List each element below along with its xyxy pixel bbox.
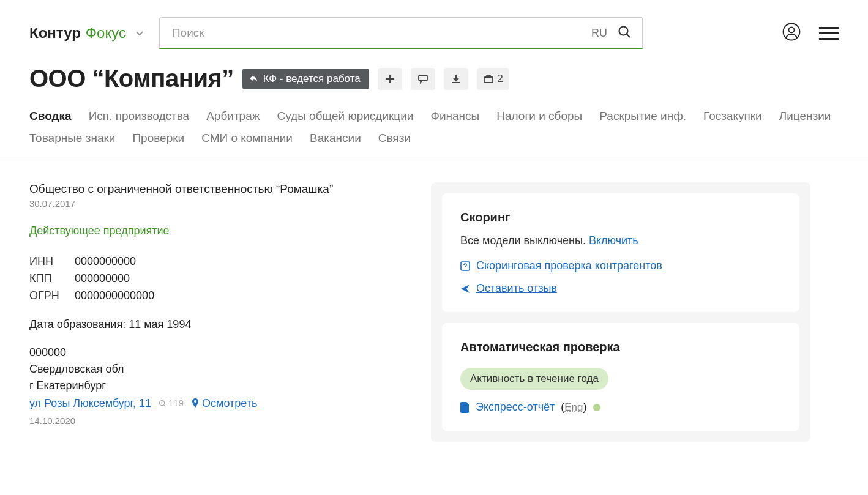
auto-check-card: Автоматическая проверка Активность в теч… — [442, 323, 799, 431]
plus-icon — [384, 73, 395, 84]
search-small-icon — [159, 400, 166, 408]
svg-point-8 — [160, 400, 165, 405]
tab-vacancies[interactable]: Вакансии — [310, 132, 361, 145]
eng-link[interactable]: Eng — [564, 401, 583, 413]
scoring-enable-link[interactable]: Включить — [589, 234, 638, 247]
search-container: RU — [159, 17, 643, 49]
pin-icon — [191, 398, 200, 408]
tab-media[interactable]: СМИ о компании — [201, 132, 293, 145]
tab-summary[interactable]: Сводка — [29, 110, 72, 123]
scoring-title: Скоринг — [460, 210, 781, 225]
city: г Екатеринбург — [29, 378, 409, 394]
registration-block: ИНН 0000000000 КПП 000000000 ОГРН 000000… — [29, 253, 409, 305]
title-row: ООО “Компания” КФ - ведется работа 2 — [0, 60, 868, 92]
company-details: Общество с ограниченной ответственностью… — [29, 182, 409, 428]
ogrn-row: ОГРН 0000000000000 — [29, 288, 409, 305]
comment-icon — [417, 73, 428, 84]
search-lang-toggle[interactable]: RU — [591, 27, 607, 40]
region: Свердловская обл — [29, 361, 409, 378]
status-badge[interactable]: КФ - ведется работа — [242, 69, 369, 89]
ogrn-value: 0000000000000 — [75, 288, 154, 305]
kpp-label: КПП — [29, 270, 64, 288]
header: КонтурФокус RU — [0, 0, 868, 60]
document-icon — [460, 402, 470, 413]
postal-code: 000000 — [29, 344, 409, 361]
scoring-card: Скоринг Все модели выключены. Включить С… — [442, 193, 799, 312]
scoring-feedback-link[interactable]: Оставить отзыв — [460, 282, 781, 295]
tab-licenses[interactable]: Лицензии — [779, 110, 831, 123]
question-icon — [460, 261, 470, 271]
menu-icon[interactable] — [819, 27, 839, 40]
scoring-text: Все модели выключены. Включить — [460, 234, 781, 247]
tab-procurement[interactable]: Госзакупки — [703, 110, 762, 123]
download-icon — [451, 73, 462, 84]
formation-row: Дата образования: 11 мая 1994 — [29, 318, 409, 331]
user-icon[interactable] — [782, 23, 801, 43]
express-report-link[interactable]: Экспресс-отчёт — [476, 401, 555, 414]
address-block: 000000 Свердловская обл г Екатеринбург у… — [29, 344, 409, 428]
svg-point-3 — [789, 28, 795, 33]
briefcase-icon — [483, 73, 494, 84]
ogrn-label: ОГРН — [29, 288, 64, 305]
tabs: Сводка Исп. производства Арбитраж Суды о… — [0, 92, 868, 160]
download-button[interactable] — [444, 68, 468, 90]
svg-rect-7 — [484, 77, 493, 83]
tab-inspections[interactable]: Проверки — [132, 132, 184, 145]
logo[interactable]: КонтурФокус — [29, 24, 144, 42]
status-badge-label: КФ - ведется работа — [263, 73, 361, 85]
tab-trademarks[interactable]: Товарные знаки — [29, 132, 115, 145]
inn-value: 0000000000 — [75, 253, 136, 270]
tab-connections[interactable]: Связи — [378, 132, 411, 145]
tab-courts[interactable]: Суды общей юрисдикции — [277, 110, 413, 123]
scoring-links: Скоринговая проверка контрагентов Остави… — [460, 259, 781, 295]
street-row: ул Розы Люксембург, 11 119 Осмотреть — [29, 395, 409, 412]
tab-finance[interactable]: Финансы — [430, 110, 479, 123]
svg-rect-6 — [419, 75, 427, 81]
company-title: ООО “Компания” — [29, 65, 234, 92]
content: Общество с ограниченной ответственностью… — [0, 160, 868, 464]
report-row: Экспресс-отчёт (Eng) — [460, 401, 781, 414]
header-right — [782, 23, 839, 43]
eng-wrap: (Eng) — [561, 401, 586, 414]
send-icon — [460, 284, 470, 294]
tab-enforcement[interactable]: Исп. производства — [89, 110, 190, 123]
formation-label: Дата образования: — [29, 318, 125, 330]
company-status: Действующее предприятие — [29, 225, 409, 237]
logo-focus: Фокус — [86, 24, 126, 42]
kpp-row: КПП 000000000 — [29, 270, 409, 288]
kpp-value: 000000000 — [75, 270, 130, 288]
status-dot-icon — [593, 404, 600, 411]
search-icon[interactable] — [617, 24, 632, 42]
svg-line-9 — [164, 405, 165, 406]
company-full-name: Общество с ограниченной ответственностью… — [29, 182, 409, 196]
tab-arbitration[interactable]: Арбитраж — [206, 110, 260, 123]
svg-line-1 — [627, 34, 630, 37]
tab-disclosure[interactable]: Раскрытие инф. — [599, 110, 686, 123]
views-count: 119 — [159, 396, 184, 411]
activity-pill: Активность в течение года — [460, 368, 608, 390]
inn-label: ИНН — [29, 253, 64, 270]
briefcase-count: 2 — [498, 73, 503, 84]
inspect-link[interactable]: Осмотреть — [191, 395, 257, 412]
search-input[interactable] — [159, 17, 643, 49]
logo-kontour: Контур — [29, 24, 81, 42]
svg-point-0 — [619, 27, 627, 35]
street-link[interactable]: ул Розы Люксембург, 11 — [29, 395, 151, 412]
reply-arrow-icon — [249, 74, 258, 84]
formation-date: 11 мая 1994 — [129, 318, 191, 330]
auto-check-title: Автоматическая проверка — [460, 340, 781, 354]
chevron-down-icon[interactable] — [135, 24, 144, 42]
company-reg-date: 30.07.2017 — [29, 198, 409, 209]
sidebar-cards: Скоринг Все модели выключены. Включить С… — [431, 182, 810, 442]
comment-button[interactable] — [411, 68, 435, 90]
tab-taxes[interactable]: Налоги и сборы — [496, 110, 582, 123]
scoring-check-link[interactable]: Скоринговая проверка контрагентов — [460, 259, 781, 272]
add-button[interactable] — [378, 68, 402, 90]
inn-row: ИНН 0000000000 — [29, 253, 409, 270]
address-date: 14.10.2020 — [29, 414, 409, 428]
briefcase-button[interactable]: 2 — [477, 68, 509, 90]
